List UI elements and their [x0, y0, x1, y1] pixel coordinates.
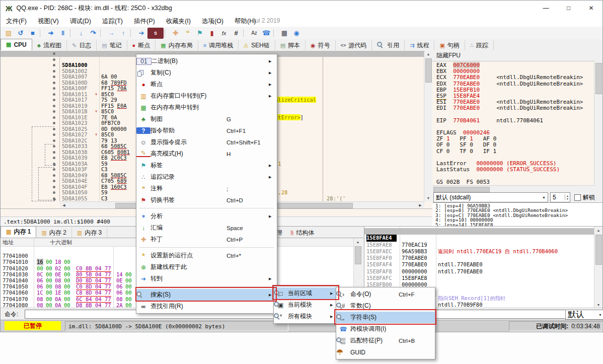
separator[interactable] — [70, 29, 74, 37]
breakpoint-dot[interactable] — [53, 157, 55, 159]
run-to-user-code-icon[interactable]: ➔ — [135, 28, 147, 38]
restart-icon[interactable]: ↺ — [15, 28, 27, 38]
stack-vertical-scrollbar[interactable]: ▲ ▼ — [594, 227, 602, 308]
menu-goto[interactable]: ➜ 转到 — [136, 273, 277, 284]
tab-references[interactable]: 引用 — [372, 40, 405, 50]
scroll-thumb[interactable] — [595, 235, 602, 265]
close-debuggee-icon[interactable]: ■ — [27, 28, 39, 38]
menu-options[interactable]: 选项(O) — [196, 16, 229, 27]
tab-memory-map[interactable]: ▦ 内存布局 — [156, 40, 198, 50]
menu-search-intermodular-calls[interactable]: ☎ 跨模块调用(I) — [336, 323, 435, 335]
disasm-vertical-scrollbar[interactable]: ▲ ▼ — [424, 50, 432, 201]
scroll-up-icon[interactable]: ▲ — [354, 238, 362, 245]
breakpoint-dot[interactable] — [53, 70, 55, 72]
menu-goto-memory-map[interactable]: ▦ 在内存布局中转到 — [136, 102, 277, 113]
calling-convention-select[interactable]: 默认 (stdcall)▼ — [433, 192, 548, 202]
menu-search-pattern[interactable]: ▒ 匹配特征(P) Ctrl+B — [336, 335, 435, 346]
separator[interactable] — [165, 29, 169, 37]
separator[interactable] — [139, 208, 274, 208]
breakpoint-dot[interactable] — [53, 128, 55, 130]
menu-search-constant[interactable]: # 常数(C) — [336, 300, 435, 312]
breakpoint-dot[interactable] — [53, 186, 55, 188]
menu-instruction-help[interactable]: ? 指令帮助 Ctrl+F1 — [136, 125, 277, 136]
menu-label[interactable]: ⚑ 标签 — [136, 160, 277, 171]
tab-notes[interactable]: ▤ 笔记 — [97, 40, 127, 50]
menu-toggle-bookmark[interactable]: ⚑ 切换书签 Ctrl+D — [136, 194, 277, 206]
separator[interactable] — [130, 29, 134, 37]
menu-trace-record[interactable]: ∴ 追踪记录 — [136, 171, 277, 183]
open-file-icon[interactable]: ▨ — [3, 28, 15, 38]
register-line[interactable]: EIP 770B4061 ntdll.770B4061 — [432, 118, 594, 124]
scroll-right-icon[interactable]: ▶ — [416, 202, 424, 209]
separator[interactable] — [139, 286, 274, 287]
separator[interactable] — [273, 29, 277, 37]
menu-search-command[interactable]: › 命令(O) Ctrl+F — [336, 288, 435, 300]
tab-trace[interactable]: ∴ 跟踪 — [465, 40, 494, 50]
breakpoint-dot[interactable] — [53, 133, 55, 136]
minimize-button[interactable]: — — [535, 1, 557, 16]
tab-cpu[interactable]: ▦ CPU — [1, 39, 32, 50]
breakpoint-dot[interactable] — [53, 82, 55, 84]
fx-icon[interactable]: fx — [218, 28, 230, 38]
menu-show-hints[interactable]: ☺ 显示指令提示 Ctrl+Shift+F1 — [136, 136, 277, 148]
tab-breakpoints[interactable]: ● 断点 — [127, 40, 156, 50]
menu-debug[interactable]: 调试(D) — [64, 16, 97, 27]
menu-binary[interactable]: 01 二进制(B) — [136, 55, 277, 67]
breakpoint-dot[interactable] — [53, 116, 55, 119]
unlock-checkbox[interactable] — [574, 194, 581, 201]
run-icon[interactable]: ➜ — [45, 28, 57, 38]
tab-memory-2[interactable]: ▥ 内存 2 — [36, 228, 71, 238]
scroll-left-icon[interactable]: ◀ — [60, 202, 68, 209]
trace-into-icon[interactable]: → — [105, 28, 117, 38]
breakpoint-dot[interactable] — [53, 197, 55, 200]
scroll-thumb[interactable] — [595, 63, 602, 94]
tab-handles[interactable]: ▣ 句柄 — [434, 40, 465, 50]
breakpoint-dot[interactable] — [53, 139, 55, 142]
stack-row[interactable]: 15E8FAF8 15E8FAE8 — [364, 261, 594, 268]
close-button[interactable]: ✕ — [580, 1, 602, 16]
breakpoint-dot[interactable] — [53, 99, 55, 101]
breakpoint-dot[interactable] — [53, 168, 55, 171]
stack-row[interactable]: 15E8FAFC 00000000 — [364, 268, 594, 275]
breakpoint-dot[interactable] — [53, 52, 55, 55]
menu-new-thread-here[interactable]: ⊕ 新建线程于此 — [136, 261, 277, 273]
menu-favourites[interactable]: 收藏夹(I) — [161, 16, 196, 27]
breakpoint-dot[interactable] — [53, 76, 55, 78]
scroll-down-icon[interactable]: ▼ — [424, 194, 432, 201]
menu-patch[interactable]: ✚ 补丁 Ctrl+P — [136, 234, 277, 245]
menu-set-new-origin[interactable]: * 设置新的运行点 Ctrl+* — [136, 250, 277, 261]
scroll-up-icon[interactable]: ▲ — [424, 50, 432, 57]
breakpoint-dot[interactable] — [53, 174, 55, 177]
registers-horizontal-scrollbar[interactable] — [432, 185, 594, 193]
breakpoint-dot[interactable] — [53, 151, 55, 154]
stack-row[interactable]: 15E8FAF0 770EABE0 ntdll.770EABE0 — [364, 248, 594, 255]
menu-find-references[interactable]: ∞ 查找引用(R) — [136, 301, 277, 312]
register-line[interactable]: EDI 770EABE0 <ntdll.DbgUiRemoteBreakin> — [432, 105, 594, 111]
breakpoint-dot[interactable] — [53, 105, 55, 107]
separator[interactable] — [100, 29, 104, 37]
separator[interactable] — [243, 29, 247, 37]
stack-row[interactable]: 15E8FAE4 770EAC19 返回到 ntdll.770EAC19 自 n… — [364, 228, 594, 235]
scroll-down-icon[interactable]: ▼ — [594, 301, 602, 308]
menu-breakpoint[interactable]: ● 断点 — [136, 79, 277, 90]
hide-fpu-button[interactable]: 隐藏FPU — [432, 50, 602, 61]
label-icon[interactable]: ⚑ — [194, 28, 206, 38]
patch-icon[interactable]: ✚ — [170, 28, 182, 38]
tab-memory-1[interactable]: ▥ 内存 1 — [1, 226, 36, 238]
menu-graph[interactable]: ♣ 制图 G — [136, 113, 277, 125]
comment-icon[interactable]: ❝ — [182, 28, 194, 38]
menu-search[interactable]: 搜索(S) — [136, 289, 277, 301]
breakpoint-dot[interactable] — [53, 145, 55, 148]
scroll-thumb[interactable] — [425, 58, 432, 83]
tab-graph[interactable]: ♣ 流程图 — [32, 40, 67, 50]
argument-count-stepper[interactable]: 5 ▲▼ — [550, 192, 570, 202]
tab-symbols[interactable]: ◉ 符号 — [306, 40, 336, 50]
menu-current-module[interactable]: ▣ 当前模块 — [274, 299, 338, 311]
menu-trace[interactable]: 追踪(T) — [97, 16, 128, 27]
favourites-globe-icon[interactable]: ◉ — [290, 28, 303, 38]
breakpoint-dot[interactable] — [53, 110, 55, 113]
tab-script[interactable]: ▤ 脚本 — [275, 40, 306, 50]
registers-vertical-scrollbar[interactable] — [594, 61, 602, 192]
register-line[interactable]: GS 002B FS 0053 — [432, 179, 594, 185]
title-bar[interactable]: Ж QQ.exe - PID: 268C - 模块: im.dll - 线程: … — [1, 1, 602, 16]
